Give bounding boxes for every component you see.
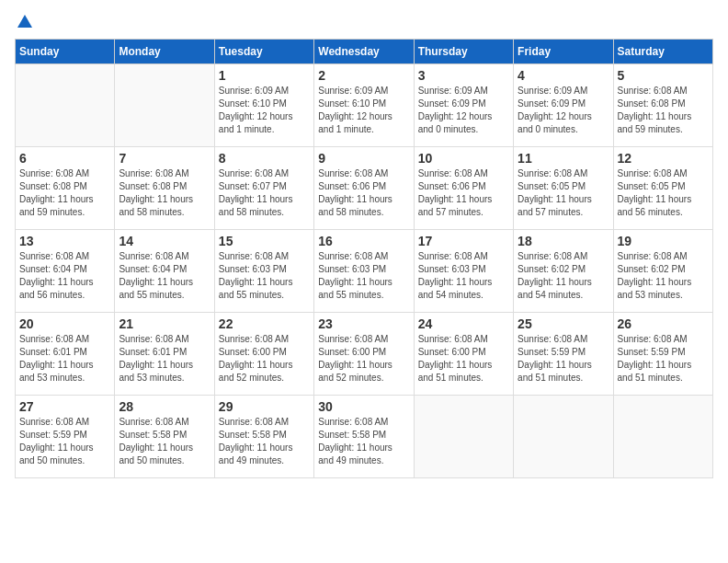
calendar-cell: 20Sunrise: 6:08 AM Sunset: 6:01 PM Dayli… [16, 313, 115, 396]
calendar-cell: 1Sunrise: 6:09 AM Sunset: 6:10 PM Daylig… [214, 64, 313, 147]
day-info: Sunrise: 6:08 AM Sunset: 6:00 PM Dayligh… [318, 333, 409, 385]
day-number: 20 [19, 316, 110, 331]
day-number: 18 [518, 234, 609, 248]
calendar-cell: 15Sunrise: 6:08 AM Sunset: 6:03 PM Dayli… [214, 230, 313, 313]
day-number: 21 [119, 316, 210, 331]
calendar-cell: 4Sunrise: 6:09 AM Sunset: 6:09 PM Daylig… [514, 64, 613, 147]
day-number: 17 [418, 234, 509, 248]
calendar-cell [16, 64, 115, 147]
calendar-header-row: SundayMondayTuesdayWednesdayThursdayFrid… [16, 40, 713, 64]
day-info: Sunrise: 6:08 AM Sunset: 5:59 PM Dayligh… [19, 416, 110, 467]
calendar-table: SundayMondayTuesdayWednesdayThursdayFrid… [15, 39, 713, 478]
day-number: 28 [119, 399, 210, 414]
day-info: Sunrise: 6:08 AM Sunset: 6:07 PM Dayligh… [219, 167, 310, 219]
day-number: 25 [518, 316, 609, 331]
calendar-cell: 13Sunrise: 6:08 AM Sunset: 6:04 PM Dayli… [16, 230, 115, 313]
day-number: 12 [618, 151, 709, 166]
day-info: Sunrise: 6:09 AM Sunset: 6:09 PM Dayligh… [518, 85, 609, 136]
logo [15, 15, 32, 29]
calendar-header-saturday: Saturday [613, 40, 712, 64]
day-info: Sunrise: 6:08 AM Sunset: 6:06 PM Dayligh… [318, 167, 409, 219]
calendar-cell [115, 64, 214, 147]
calendar-cell: 22Sunrise: 6:08 AM Sunset: 6:00 PM Dayli… [214, 313, 313, 396]
calendar-cell: 5Sunrise: 6:08 AM Sunset: 6:08 PM Daylig… [613, 64, 712, 147]
calendar-cell: 9Sunrise: 6:08 AM Sunset: 6:06 PM Daylig… [314, 147, 414, 230]
calendar-week-row: 1Sunrise: 6:09 AM Sunset: 6:10 PM Daylig… [16, 64, 713, 147]
day-info: Sunrise: 6:09 AM Sunset: 6:10 PM Dayligh… [318, 85, 409, 136]
day-info: Sunrise: 6:08 AM Sunset: 6:08 PM Dayligh… [19, 167, 110, 219]
calendar-cell: 29Sunrise: 6:08 AM Sunset: 5:58 PM Dayli… [214, 396, 313, 478]
calendar-week-row: 6Sunrise: 6:08 AM Sunset: 6:08 PM Daylig… [16, 147, 713, 230]
day-number: 14 [119, 234, 210, 248]
day-number: 3 [418, 68, 509, 83]
day-number: 27 [19, 399, 110, 414]
day-info: Sunrise: 6:08 AM Sunset: 6:06 PM Dayligh… [418, 167, 509, 219]
calendar-cell: 7Sunrise: 6:08 AM Sunset: 6:08 PM Daylig… [115, 147, 214, 230]
day-info: Sunrise: 6:08 AM Sunset: 5:58 PM Dayligh… [318, 416, 409, 467]
day-info: Sunrise: 6:08 AM Sunset: 6:05 PM Dayligh… [518, 167, 609, 219]
day-info: Sunrise: 6:08 AM Sunset: 6:05 PM Dayligh… [618, 167, 709, 219]
calendar-cell: 2Sunrise: 6:09 AM Sunset: 6:10 PM Daylig… [314, 64, 414, 147]
day-number: 5 [618, 68, 709, 83]
calendar-cell: 3Sunrise: 6:09 AM Sunset: 6:09 PM Daylig… [414, 64, 513, 147]
day-info: Sunrise: 6:08 AM Sunset: 6:02 PM Dayligh… [518, 250, 609, 302]
calendar-cell: 18Sunrise: 6:08 AM Sunset: 6:02 PM Dayli… [514, 230, 613, 313]
calendar-cell: 24Sunrise: 6:08 AM Sunset: 6:00 PM Dayli… [414, 313, 513, 396]
day-info: Sunrise: 6:08 AM Sunset: 6:03 PM Dayligh… [219, 250, 310, 302]
day-number: 8 [219, 151, 310, 166]
calendar-week-row: 13Sunrise: 6:08 AM Sunset: 6:04 PM Dayli… [16, 230, 713, 313]
day-number: 7 [119, 151, 210, 166]
day-number: 4 [518, 68, 609, 83]
day-number: 1 [219, 68, 310, 83]
logo-triangle-icon [17, 15, 32, 28]
day-number: 16 [318, 234, 409, 248]
calendar-cell: 10Sunrise: 6:08 AM Sunset: 6:06 PM Dayli… [414, 147, 513, 230]
day-number: 30 [318, 399, 409, 414]
calendar-header-thursday: Thursday [414, 40, 513, 64]
day-info: Sunrise: 6:09 AM Sunset: 6:10 PM Dayligh… [219, 85, 310, 136]
calendar-cell: 16Sunrise: 6:08 AM Sunset: 6:03 PM Dayli… [314, 230, 414, 313]
day-number: 6 [19, 151, 110, 166]
day-info: Sunrise: 6:08 AM Sunset: 6:04 PM Dayligh… [119, 250, 210, 302]
day-number: 24 [418, 316, 509, 331]
calendar-cell: 17Sunrise: 6:08 AM Sunset: 6:03 PM Dayli… [414, 230, 513, 313]
calendar-header-tuesday: Tuesday [214, 40, 313, 64]
calendar-cell: 8Sunrise: 6:08 AM Sunset: 6:07 PM Daylig… [214, 147, 313, 230]
day-info: Sunrise: 6:08 AM Sunset: 6:03 PM Dayligh… [418, 250, 509, 302]
calendar-header-monday: Monday [115, 40, 214, 64]
calendar-cell: 14Sunrise: 6:08 AM Sunset: 6:04 PM Dayli… [115, 230, 214, 313]
calendar-cell: 28Sunrise: 6:08 AM Sunset: 5:58 PM Dayli… [115, 396, 214, 478]
day-number: 10 [418, 151, 509, 166]
day-number: 26 [618, 316, 709, 331]
day-info: Sunrise: 6:09 AM Sunset: 6:09 PM Dayligh… [418, 85, 509, 136]
calendar-cell [613, 396, 712, 478]
day-info: Sunrise: 6:08 AM Sunset: 5:58 PM Dayligh… [219, 416, 310, 467]
calendar-cell: 27Sunrise: 6:08 AM Sunset: 5:59 PM Dayli… [16, 396, 115, 478]
day-number: 15 [219, 234, 310, 248]
day-info: Sunrise: 6:08 AM Sunset: 6:01 PM Dayligh… [19, 333, 110, 385]
calendar-cell: 25Sunrise: 6:08 AM Sunset: 5:59 PM Dayli… [514, 313, 613, 396]
day-number: 2 [318, 68, 409, 83]
day-info: Sunrise: 6:08 AM Sunset: 5:59 PM Dayligh… [618, 333, 709, 385]
calendar-cell: 6Sunrise: 6:08 AM Sunset: 6:08 PM Daylig… [16, 147, 115, 230]
calendar-header-friday: Friday [514, 40, 613, 64]
calendar-cell: 23Sunrise: 6:08 AM Sunset: 6:00 PM Dayli… [314, 313, 414, 396]
day-number: 19 [618, 234, 709, 248]
day-info: Sunrise: 6:08 AM Sunset: 6:02 PM Dayligh… [618, 250, 709, 302]
day-number: 23 [318, 316, 409, 331]
calendar-week-row: 27Sunrise: 6:08 AM Sunset: 5:59 PM Dayli… [16, 396, 713, 478]
day-number: 9 [318, 151, 409, 166]
calendar-cell: 11Sunrise: 6:08 AM Sunset: 6:05 PM Dayli… [514, 147, 613, 230]
day-info: Sunrise: 6:08 AM Sunset: 6:04 PM Dayligh… [19, 250, 110, 302]
calendar-cell: 19Sunrise: 6:08 AM Sunset: 6:02 PM Dayli… [613, 230, 712, 313]
day-info: Sunrise: 6:08 AM Sunset: 6:08 PM Dayligh… [119, 167, 210, 219]
calendar-cell: 12Sunrise: 6:08 AM Sunset: 6:05 PM Dayli… [613, 147, 712, 230]
day-info: Sunrise: 6:08 AM Sunset: 6:00 PM Dayligh… [219, 333, 310, 385]
header [15, 15, 713, 29]
calendar-cell: 26Sunrise: 6:08 AM Sunset: 5:59 PM Dayli… [613, 313, 712, 396]
day-info: Sunrise: 6:08 AM Sunset: 5:59 PM Dayligh… [518, 333, 609, 385]
day-number: 11 [518, 151, 609, 166]
day-info: Sunrise: 6:08 AM Sunset: 6:00 PM Dayligh… [418, 333, 509, 385]
day-number: 13 [19, 234, 110, 248]
day-info: Sunrise: 6:08 AM Sunset: 6:01 PM Dayligh… [119, 333, 210, 385]
